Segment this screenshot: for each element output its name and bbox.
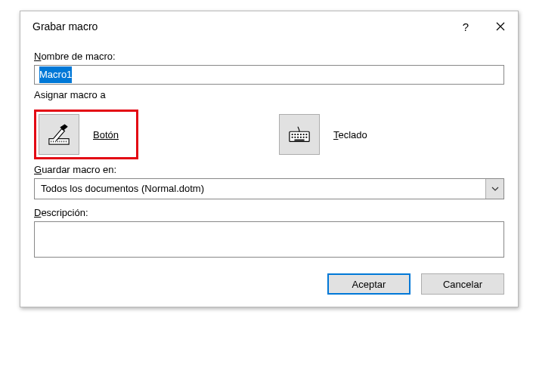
keyboard-icon — [288, 123, 311, 146]
description-input[interactable] — [34, 221, 504, 258]
help-button[interactable]: ? — [448, 11, 483, 42]
svg-rect-15 — [305, 134, 307, 135]
store-macro-value: Todos los documentos (Normal.dotm) — [35, 179, 485, 199]
assign-to-keyboard-label: Teclado — [333, 129, 367, 140]
svg-rect-11 — [294, 134, 296, 135]
svg-rect-19 — [300, 137, 302, 138]
store-macro-select[interactable]: Todos los documentos (Normal.dotm) — [34, 178, 504, 199]
close-button[interactable] — [483, 11, 518, 42]
assign-macro-label: Asignar macro a — [34, 89, 504, 100]
dialog-footer: Aceptar Cancelar — [34, 273, 504, 295]
titlebar: Grabar macro ? — [20, 11, 518, 42]
chevron-down-icon — [491, 187, 499, 191]
assign-to-button[interactable] — [39, 114, 79, 155]
assign-to-button-label: Botón — [93, 129, 119, 140]
assign-to-keyboard-group: Teclado — [274, 110, 387, 159]
macro-name-input[interactable]: Macro1 — [34, 65, 504, 85]
svg-rect-21 — [305, 137, 307, 138]
macro-name-value: Macro1 — [39, 66, 72, 83]
dialog-body: Nombre de macro: Macro1 Asignar macro a … — [20, 42, 518, 307]
cancel-button[interactable]: Cancelar — [421, 273, 504, 295]
close-icon — [496, 22, 505, 31]
dialog-title: Grabar macro — [33, 20, 448, 32]
assign-to-button-group: Botón — [34, 110, 138, 159]
svg-rect-14 — [303, 134, 305, 135]
ok-button[interactable]: Aceptar — [327, 273, 411, 295]
svg-rect-13 — [300, 134, 302, 135]
assign-to-keyboard[interactable] — [279, 114, 320, 155]
description-label: Descripción: — [34, 207, 504, 218]
store-macro-label: Guardar macro en: — [34, 164, 504, 175]
store-macro-dropdown-arrow[interactable] — [485, 179, 503, 199]
hammer-button-icon — [48, 123, 70, 146]
svg-rect-20 — [303, 137, 305, 138]
record-macro-dialog: Grabar macro ? Nombre de macro: Macro1 A… — [20, 11, 519, 307]
macro-name-label: Nombre de macro: — [34, 51, 504, 62]
svg-rect-17 — [294, 137, 296, 138]
svg-rect-16 — [292, 137, 293, 138]
svg-rect-22 — [294, 140, 304, 141]
svg-rect-12 — [297, 134, 299, 135]
assign-macro-row: Botón Teclado — [34, 110, 504, 159]
svg-rect-18 — [297, 137, 299, 138]
svg-rect-10 — [292, 134, 293, 135]
